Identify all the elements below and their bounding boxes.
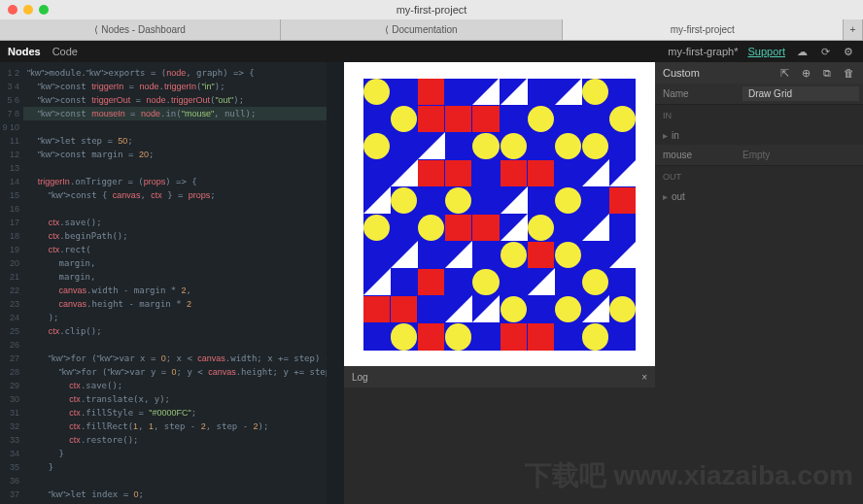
settings-icon[interactable]: ⚙ (842, 45, 855, 58)
minimize-window-icon[interactable] (23, 5, 33, 15)
log-header: Log × (344, 366, 655, 387)
window-title: my-first-project (397, 4, 467, 16)
graph-name: my-first-graph* (668, 46, 738, 57)
copy-icon[interactable]: ⧉ (820, 66, 834, 80)
tab-project[interactable]: my-first-project (563, 19, 844, 40)
port-out[interactable]: ▸out (655, 187, 863, 206)
inspector-panel: Custom ⇱ ⊕ ⧉ 🗑 Name IN ▸in mouse Empty O… (655, 62, 863, 504)
mouse-label: mouse (655, 150, 742, 160)
mouse-value: Empty (742, 150, 863, 160)
add-icon[interactable]: ⊕ (799, 66, 812, 80)
inspector-title: Custom (663, 67, 700, 79)
port-dot-icon: ▸ (663, 130, 668, 141)
name-input[interactable] (742, 86, 859, 101)
port-dot-icon: ▸ (663, 191, 668, 202)
document-tabs: ⟨ Nodes - Dashboard ⟨ Documentation my-f… (0, 19, 863, 41)
support-link[interactable]: Support (747, 46, 785, 57)
app-toolbar: Nodes Code my-first-graph* Support ☁ ⟳ ⚙ (0, 41, 863, 62)
minimap[interactable] (327, 62, 344, 504)
main-area: 1 2 3 4 5 6 7 8 9 10 11 12 13 14 15 16 1… (0, 62, 863, 504)
code-editor[interactable]: 1 2 3 4 5 6 7 8 9 10 11 12 13 14 15 16 1… (0, 62, 344, 504)
sync-icon[interactable]: ⟳ (818, 45, 832, 58)
code-content[interactable]: "kw">module."kw">exports = (node, graph)… (27, 66, 325, 504)
log-title: Log (352, 372, 368, 383)
delete-icon[interactable]: 🗑 (842, 66, 855, 80)
cloud-icon[interactable]: ☁ (795, 45, 809, 58)
code-mode-button[interactable]: Code (52, 46, 78, 57)
log-close-icon[interactable]: × (641, 372, 647, 383)
log-body[interactable] (344, 387, 655, 504)
in-section-header: IN (655, 105, 863, 126)
tab-documentation[interactable]: ⟨ Documentation (281, 19, 562, 40)
out-section-header: OUT (655, 166, 863, 187)
maximize-window-icon[interactable] (39, 5, 49, 15)
inspector-header: Custom ⇱ ⊕ ⧉ 🗑 (655, 62, 863, 84)
generative-art-grid (363, 79, 636, 351)
canvas-preview (344, 62, 655, 366)
preview-panel: Log × (344, 62, 655, 504)
export-icon[interactable]: ⇱ (777, 66, 791, 80)
name-row: Name (655, 84, 863, 105)
port-in[interactable]: ▸in (655, 126, 863, 145)
nodes-mode-button[interactable]: Nodes (8, 46, 41, 57)
line-gutter: 1 2 3 4 5 6 7 8 9 10 11 12 13 14 15 16 1… (0, 62, 23, 504)
tab-dashboard[interactable]: ⟨ Nodes - Dashboard (0, 19, 281, 40)
mouse-row: mouse Empty (655, 145, 863, 166)
new-tab-button[interactable]: + (844, 19, 863, 40)
traffic-lights (8, 5, 49, 15)
window-titlebar: my-first-project (0, 0, 863, 19)
name-label: Name (655, 88, 742, 99)
close-window-icon[interactable] (8, 5, 17, 15)
